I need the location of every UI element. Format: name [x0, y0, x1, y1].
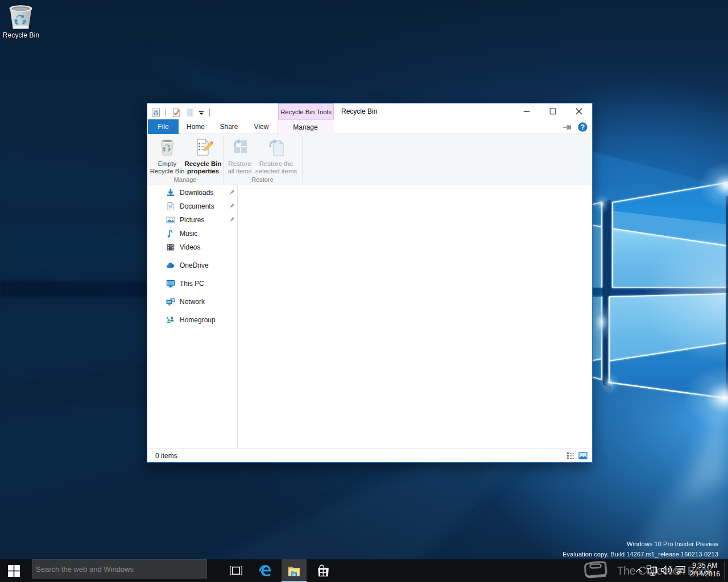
- svg-text:?: ?: [581, 123, 585, 131]
